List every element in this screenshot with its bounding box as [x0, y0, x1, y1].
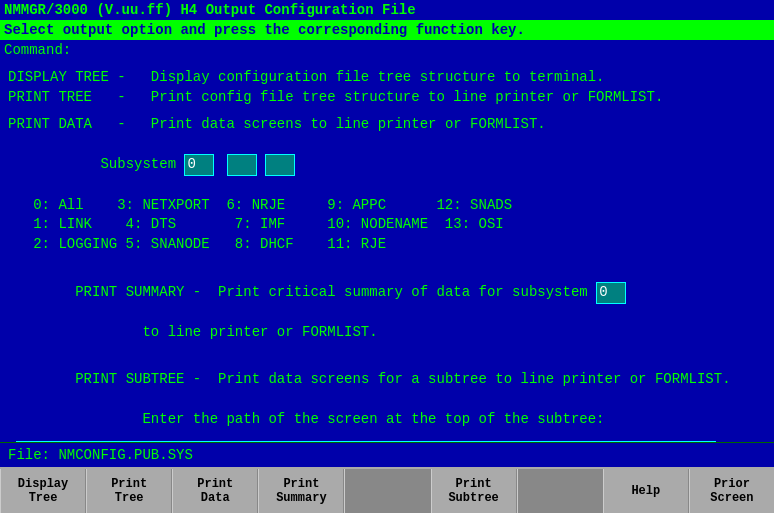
print-data-cols3-row: 2: LOGGING 5: SNANODE 8: DHCF 11: RJE	[8, 235, 766, 255]
print-subtree-row: PRINT SUBTREE - Print data screens for a…	[8, 351, 766, 410]
path-input-row	[8, 433, 766, 442]
print-data-cols2-row: 1: LINK 4: DTS 7: IMF 10: NODENAME 13: O…	[8, 215, 766, 235]
title-text: NMMGR/3000 (V.uu.ff) H4 Output Configura…	[4, 2, 416, 18]
print-summary-row2: to line printer or FORMLIST.	[8, 323, 766, 343]
title-bar: NMMGR/3000 (V.uu.ff) H4 Output Configura…	[0, 0, 774, 20]
fkey-blank1	[344, 469, 430, 513]
fkey-help[interactable]: Help	[603, 469, 689, 513]
fkey-print-data[interactable]: PrintData	[172, 469, 258, 513]
print-summary-row: PRINT SUMMARY - Print critical summary o…	[8, 262, 766, 323]
fkey-print-subtree[interactable]: PrintSubtree	[431, 469, 517, 513]
print-data-cols2-text: 1: LINK 4: DTS 7: IMF 10: NODENAME 13: O…	[8, 216, 504, 232]
print-summary-text2: to line printer or FORMLIST.	[8, 324, 378, 340]
fkey-prior-screen[interactable]: PriorScreen	[689, 469, 774, 513]
function-keys-bar: DisplayTree PrintTree PrintData PrintSum…	[0, 467, 774, 513]
print-subtree-row2: Enter the path of the screen at the top …	[8, 410, 766, 430]
instruction-text: Select output option and press the corre…	[4, 22, 525, 38]
main-content: DISPLAY TREE - Display configuration fil…	[0, 60, 774, 442]
print-data-cols1-row: 0: All 3: NETXPORT 6: NRJE 9: APPC 12: S…	[8, 196, 766, 216]
print-subtree-text: PRINT SUBTREE - Print data screens for a…	[8, 371, 731, 407]
file-label: File: NMCONFIG.PUB.SYS	[8, 447, 193, 463]
fkey-blank2	[517, 469, 603, 513]
subsystem-input[interactable]: 0	[184, 154, 214, 176]
print-summary-text: PRINT SUMMARY - Print critical summary o…	[8, 284, 626, 321]
command-bar: Command:	[0, 40, 774, 60]
print-data-row: PRINT DATA - Print data screens to line …	[8, 115, 766, 135]
field3-input[interactable]	[265, 154, 295, 176]
file-bar: File: NMCONFIG.PUB.SYS	[0, 442, 774, 467]
print-data-subsystem-text: Subsystem 0	[8, 156, 295, 193]
print-subtree-text2: Enter the path of the screen at the top …	[8, 411, 605, 427]
summary-subsystem-input[interactable]: 0	[596, 282, 626, 304]
print-tree-text: PRINT TREE - Print config file tree stru…	[8, 89, 663, 105]
print-data-cols1-text: 0: All 3: NETXPORT 6: NRJE 9: APPC 12: S…	[8, 197, 512, 213]
print-tree-row: PRINT TREE - Print config file tree stru…	[8, 88, 766, 108]
instruction-bar: Select output option and press the corre…	[0, 20, 774, 40]
screen: NMMGR/3000 (V.uu.ff) H4 Output Configura…	[0, 0, 774, 513]
print-data-subsystem-row: Subsystem 0	[8, 135, 766, 196]
display-tree-text: DISPLAY TREE - Display configuration fil…	[8, 69, 605, 85]
fkey-display-tree[interactable]: DisplayTree	[0, 469, 86, 513]
fkey-print-summary[interactable]: PrintSummary	[258, 469, 344, 513]
display-tree-row: DISPLAY TREE - Display configuration fil…	[8, 68, 766, 88]
print-data-cols3-text: 2: LOGGING 5: SNANODE 8: DHCF 11: RJE	[8, 236, 386, 252]
command-label: Command:	[4, 42, 71, 58]
print-data-text: PRINT DATA - Print data screens to line …	[8, 116, 546, 132]
fkey-print-tree[interactable]: PrintTree	[86, 469, 172, 513]
field2-input[interactable]	[227, 154, 257, 176]
